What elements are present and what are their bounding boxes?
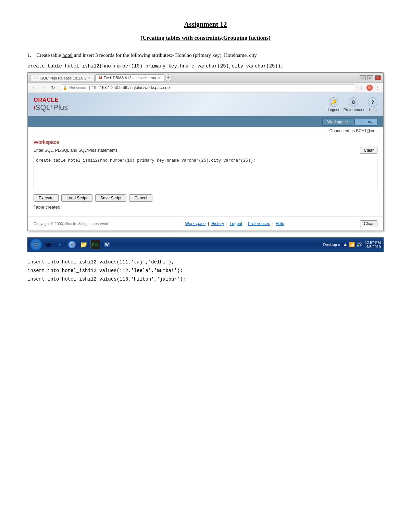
connected-bar: Connected as BCA1@orcl [28,127,383,135]
section-underlined: hotel [62,52,73,58]
taskbar-clock: 12:57 PM 4/5/2019 [365,240,381,249]
footer-help-link[interactable]: Help [276,221,284,226]
section-1: 1. Create table hotel and insert 3 recor… [27,51,384,59]
workspace-area: Workspace Enter SQL, PL/SQL and SQL*Plus… [28,135,383,216]
clock-time: 12:57 PM [365,240,381,245]
page-title: Assignment 12 [27,21,384,28]
help-icon-item[interactable]: ? Help [368,97,377,112]
sql-textarea[interactable]: create table hotel_ishi12(hno number(10)… [34,156,377,190]
code-above-browser: create table hotel_ishi12(hno number(10)… [27,63,384,69]
file-explorer-icon[interactable]: 🗁 [44,240,53,249]
footer-history-link[interactable]: History [211,221,224,226]
browser-footer: Copyright © 2003, Oracle. All rights res… [28,216,383,231]
browser-addressbar: ← → ↻ 🔒 Not secure | 192.168.1.250:5560/… [28,83,383,93]
tab1-label: iSQL*Plus Release 10.1.0.2 [40,76,86,80]
browser-tabs: 📄 iSQL*Plus Release 10.1.0.2 ✕ M Fwd: DB… [30,74,172,81]
window-controls: — □ ✕ [360,75,381,80]
start-button[interactable]: ⊞ [30,239,42,250]
oracle-badge: O [366,85,373,91]
isql-header: ORACLE iSQL*Plus 🔑 Logout ⚙ Preferences … [28,93,383,117]
workspace-nav-button[interactable]: Workspace [322,118,353,126]
preferences-icon-item[interactable]: ⚙ Preferences [344,97,364,112]
footer-workspace-link[interactable]: Workspace [185,221,206,226]
bookmark-icon[interactable]: ☆ [359,85,364,90]
not-secure-icon: 🔒 [63,86,67,90]
browser-tab-1[interactable]: 📄 iSQL*Plus Release 10.1.0.2 ✕ [30,75,95,81]
browser-tab-2[interactable]: M Fwd: DBMS A12 - ishitasharma ✕ [95,74,164,81]
windows-logo-icon: ⊞ [33,240,39,249]
insert-line-1: insert into hotel_ishi12 values(111,'taj… [27,258,384,267]
refresh-button[interactable]: ↻ [50,85,56,90]
taskbar: ⊞ 🗁 e 📁 C:\ W Desktop » ▲ 📶 🔊 12:57 PM 4… [27,237,384,252]
taskbar-sys-icons: ▲ 📶 🔊 [343,242,362,248]
connected-text: Connected as BCA1@orcl [329,128,377,133]
page-subtitle: (Creating tables with constraints,Groupi… [27,35,384,41]
minimize-button[interactable]: — [360,75,366,80]
address-bar[interactable]: 🔒 Not secure | 192.168.1.250:5560/isqlpl… [59,84,357,91]
folder-icon[interactable]: 📁 [79,240,88,249]
tab1-close-icon[interactable]: ✕ [88,76,91,80]
clear-bottom-button[interactable]: Clear [360,220,377,227]
volume-icon: 🔊 [356,242,362,248]
logout-circle-icon: 🔑 [329,97,338,107]
footer-copyright: Copyright © 2003, Oracle. All rights res… [34,222,109,226]
footer-preferences-link[interactable]: Preferences [248,221,270,226]
preferences-label: Preferences [344,108,364,112]
browser-window: 📄 iSQL*Plus Release 10.1.0.2 ✕ M Fwd: DB… [27,72,384,231]
header-icons: 🔑 Logout ⚙ Preferences ? Help [328,97,377,112]
terminal-icon[interactable]: C:\ [90,240,100,249]
section-text-after: and insert 3 records for the following a… [74,52,257,58]
workspace-hint: Enter SQL, PL/SQL and SQL*Plus statement… [34,147,377,154]
new-tab-button[interactable]: + [165,74,172,81]
taskbar-desktop[interactable]: Desktop » [323,243,340,247]
section-number: 1. [27,52,31,58]
svg-point-2 [71,243,73,246]
help-label: Help [369,108,377,112]
isql-nav: Workspace History [28,117,383,127]
forward-button[interactable]: → [40,85,47,90]
save-script-button[interactable]: Save Script [95,194,126,202]
up-arrow-icon: ▲ [343,242,348,247]
footer-nav: Workspace | History | Logout | Preferenc… [109,221,360,226]
logout-icon-item[interactable]: 🔑 Logout [328,97,339,112]
close-button[interactable]: ✕ [375,75,381,80]
load-script-button[interactable]: Load Script [61,194,92,202]
nav-buttons: Workspace History [322,118,377,126]
history-nav-button[interactable]: History [354,118,377,126]
menu-icon[interactable]: ⋮ [375,85,380,90]
word-icon[interactable]: W [102,240,112,249]
insert-line-2: insert into hotel_ishi12 values(112,'lee… [27,267,384,275]
chrome-icon[interactable] [67,240,77,249]
oracle-text: ORACLE [34,97,59,103]
section-text-before: Create table [36,52,61,58]
insert-lines: insert into hotel_ishi12 values(111,'taj… [27,258,384,284]
workspace-title: Workspace [34,139,377,145]
desktop-label: Desktop [323,243,337,247]
hint-text: Enter SQL, PL/SQL and SQL*Plus statement… [34,148,119,153]
cancel-button[interactable]: Cancel [129,194,152,202]
result-text: Table created. [34,205,377,210]
clock-date: 4/5/2019 [365,245,381,249]
isql-content: ORACLE iSQL*Plus 🔑 Logout ⚙ Preferences … [28,93,383,231]
mail-icon: M [99,76,102,80]
oracle-logo: ORACLE iSQL*Plus [34,97,68,112]
doc-icon: 📄 [34,76,38,80]
insert-line-3: insert into hotel_ishi12 values(113,'hil… [27,275,384,284]
taskbar-right: Desktop » ▲ 📶 🔊 12:57 PM 4/5/2019 [323,240,381,249]
address-text: 192.168.1.250:5560/isqlplus/workspace.ui… [92,85,171,90]
clear-top-button[interactable]: Clear [360,147,377,154]
help-circle-icon: ? [368,97,377,107]
isqlplus-text: iSQL*Plus [34,103,68,112]
execute-button[interactable]: Execute [34,194,59,202]
footer-logout-link[interactable]: Logout [230,221,242,226]
not-secure-label: Not secure [69,86,87,90]
ie-icon[interactable]: e [55,240,65,249]
workspace-buttons: Execute Load Script Save Script Cancel [34,194,377,202]
tab2-close-icon[interactable]: ✕ [158,76,161,80]
desktop-arrow-icon: » [338,243,340,247]
tab2-label: Fwd: DBMS A12 - ishitasharma [104,76,156,80]
network-icon: 📶 [349,242,355,248]
logout-label: Logout [328,108,339,112]
maximize-button[interactable]: □ [367,75,373,80]
back-button[interactable]: ← [31,85,38,90]
